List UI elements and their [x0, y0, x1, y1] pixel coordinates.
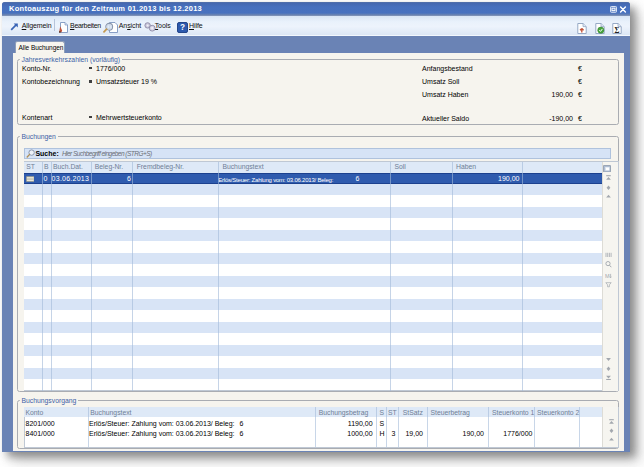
svg-text:Σ: Σ — [614, 25, 619, 33]
svg-text:?: ? — [180, 23, 185, 32]
svg-text:M: M — [605, 273, 610, 279]
